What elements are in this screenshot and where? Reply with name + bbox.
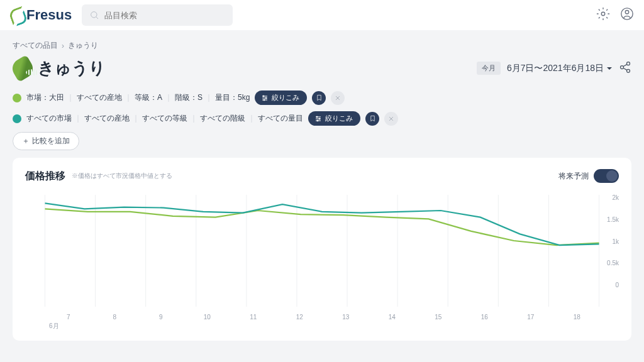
svg-point-22 — [319, 118, 320, 119]
add-compare-button[interactable]: ＋ 比較を追加 — [13, 132, 79, 150]
filter-text: 市場：大田｜すべての産地｜等級：A｜階級：S｜量目：5kg — [26, 92, 250, 103]
series-color-dot — [13, 94, 21, 102]
filter-button[interactable]: 絞りこみ — [255, 90, 307, 105]
close-icon — [388, 116, 394, 122]
brand-name: Fresus — [26, 7, 72, 23]
share-button[interactable] — [619, 61, 631, 76]
user-icon — [620, 7, 634, 21]
svg-point-6 — [621, 65, 624, 69]
bookmark-button[interactable] — [312, 91, 326, 105]
search-input[interactable] — [104, 11, 225, 20]
settings-button[interactable] — [596, 7, 610, 23]
breadcrumb-root[interactable]: すべての品目 — [13, 40, 58, 51]
gear-icon — [596, 7, 610, 21]
svg-line-1 — [96, 17, 98, 19]
svg-point-0 — [91, 12, 97, 18]
x-axis-month: 6月 — [25, 322, 619, 331]
share-icon — [619, 61, 631, 74]
svg-line-9 — [623, 68, 627, 70]
period-badge[interactable]: 今月 — [477, 62, 501, 75]
brand-logo[interactable]: Fresus — [10, 7, 72, 23]
logo-mark-icon — [10, 8, 24, 22]
bookmark-icon — [316, 94, 323, 101]
breadcrumb: すべての品目 › きゅうり — [13, 40, 631, 51]
page-title: きゅうり — [13, 57, 106, 79]
search-box[interactable] — [82, 4, 233, 26]
account-button[interactable] — [620, 7, 634, 23]
sliders-icon — [261, 94, 269, 102]
svg-point-23 — [317, 120, 318, 121]
remove-filter-button[interactable] — [331, 91, 345, 105]
forecast-toggle-label: 将来予測 — [558, 171, 589, 182]
filter-text: すべての市場｜すべての産地｜すべての等級｜すべての階級｜すべての量目 — [26, 113, 303, 124]
sliders-icon — [314, 115, 322, 123]
date-range-picker[interactable]: 6月7日〜2021年6月18日 — [507, 63, 613, 74]
card-title: 価格推移 — [25, 170, 65, 183]
svg-point-14 — [265, 97, 267, 99]
remove-filter-button[interactable] — [384, 112, 398, 126]
chevron-down-icon — [606, 65, 613, 72]
chevron-right-icon: › — [62, 41, 64, 50]
bookmark-icon — [369, 115, 376, 122]
price-line-chart: 2k1.5k1k0.5k0 — [25, 188, 619, 314]
svg-point-13 — [263, 96, 264, 97]
svg-point-15 — [264, 99, 265, 101]
svg-line-8 — [623, 64, 627, 66]
breadcrumb-current: きゅうり — [68, 40, 98, 51]
card-note: ※価格はすべて市況価格中値とする — [72, 172, 172, 180]
bookmark-button[interactable] — [365, 112, 379, 126]
svg-point-7 — [627, 69, 630, 72]
series-color-dot — [13, 114, 21, 123]
svg-point-2 — [601, 12, 605, 16]
cucumber-icon — [9, 55, 36, 82]
svg-point-21 — [316, 116, 318, 118]
close-icon — [335, 95, 341, 101]
price-chart-card: 価格推移 ※価格はすべて市況価格中値とする 将来予測 2k1.5k1k0.5k0… — [13, 158, 631, 341]
svg-point-5 — [627, 62, 630, 65]
filter-row-1: すべての市場｜すべての産地｜すべての等級｜すべての階級｜すべての量目絞りこみ — [13, 111, 631, 126]
search-icon — [89, 10, 99, 20]
filter-row-0: 市場：大田｜すべての産地｜等級：A｜階級：S｜量目：5kg絞りこみ — [13, 90, 631, 105]
svg-point-4 — [625, 11, 629, 14]
filter-button[interactable]: 絞りこみ — [308, 111, 360, 126]
forecast-toggle[interactable] — [594, 169, 619, 183]
